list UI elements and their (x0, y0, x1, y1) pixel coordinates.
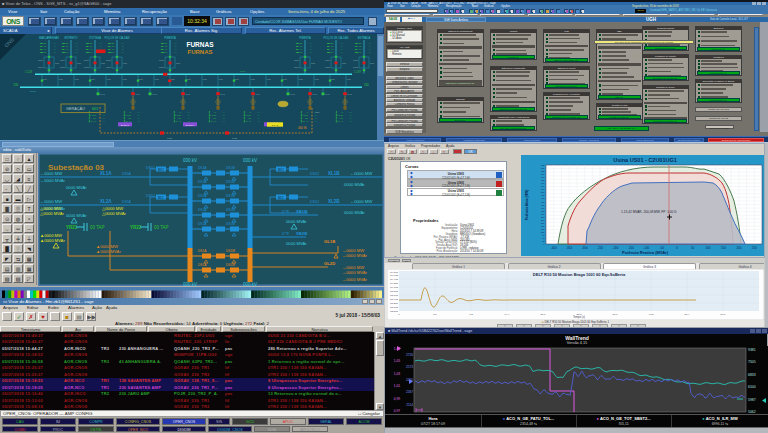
svg-text:8931: 8931 (91, 78, 95, 80)
svg-text:im: im (258, 114, 260, 116)
svg-text:GERAÇÃO: GERAÇÃO (66, 106, 85, 111)
svg-text:53,607: 53,607 (390, 294, 398, 297)
svg-text:im: im (223, 120, 225, 122)
svg-text:im: im (175, 45, 177, 47)
svg-text:←0000 MW: ←0000 MW (350, 171, 372, 176)
svg-text:1 129: 1 129 (25, 70, 32, 74)
svg-text:Potência Reativa (MVAr): Potência Reativa (MVAr) (622, 250, 669, 255)
svg-text:00 TAP: 00 TAP (154, 225, 169, 230)
svg-text:000 kV: 000 kV (243, 282, 257, 287)
svg-text:im: im (54, 45, 56, 47)
svg-text:8921: 8921 (311, 62, 315, 64)
svg-text:57,6: 57,6 (721, 313, 726, 316)
svg-text:→0000 MVAr: →0000 MVAr (342, 270, 367, 275)
svg-text:im: im (188, 120, 190, 122)
svg-text:im: im (138, 117, 140, 119)
svg-text:89217: 89217 (106, 59, 111, 61)
svg-text:im: im (100, 45, 102, 47)
svg-text:8931: 8931 (75, 78, 79, 80)
svg-text:im: im (122, 45, 124, 47)
svg-text:im: im (341, 51, 343, 53)
svg-text:0,99: 0,99 (394, 397, 400, 401)
svg-text:14 .0: 14 .0 (175, 120, 181, 123)
svg-text:XL1A: XL1A (100, 171, 112, 176)
svg-text:89217: 89217 (38, 59, 43, 61)
svg-text:im: im (315, 114, 317, 116)
svg-text:1,6 .3: 1,6 .3 (272, 124, 279, 127)
svg-text:im: im (76, 42, 78, 44)
svg-text:53,207: 53,207 (390, 302, 398, 305)
svg-text:im: im (122, 51, 124, 53)
svg-text:14,4: 14,4 (505, 313, 510, 316)
svg-text:50,4: 50,4 (685, 313, 690, 316)
svg-text:BD1: BD1 (278, 196, 284, 200)
svg-text:ESTREITO: ESTREITO (65, 36, 78, 40)
svg-text:YR22: YR22 (130, 225, 142, 230)
svg-text:im: im (76, 45, 78, 47)
svg-text:E-PC-1: E-PC-1 (186, 124, 195, 127)
svg-text:-300: -300 (582, 246, 588, 250)
svg-text:→0000 MVAr: →0000 MVAr (342, 277, 367, 282)
svg-text:8921: 8921 (123, 62, 127, 64)
svg-text:PIMENTA: PIMENTA (299, 36, 311, 40)
svg-text:im: im (175, 48, 177, 50)
svg-text:DS1A: DS1A (198, 208, 207, 212)
svg-text:0000 MVAr: 0000 MVAr (66, 185, 87, 190)
svg-text:66 m: 66 m (240, 70, 245, 73)
svg-text:14 .0: 14 .0 (210, 120, 216, 123)
svg-text:89218: 89218 (84, 66, 89, 68)
svg-text:9381: 9381 (748, 348, 756, 352)
svg-text:2267: 2267 (406, 390, 413, 394)
svg-text:000 kV: 000 kV (183, 282, 197, 287)
svg-text:im: im (310, 42, 312, 44)
svg-text:89218: 89218 (38, 66, 43, 68)
svg-text:53,003: 53,003 (390, 306, 398, 309)
svg-text:Potência Ativa (MW): Potência Ativa (MW) (525, 190, 529, 221)
svg-text:POÇOS DE CALDAS: POÇOS DE CALDAS (324, 36, 349, 40)
svg-text:im: im (223, 114, 225, 116)
svg-text:XB2B: XB2B (296, 231, 307, 236)
svg-text:1,05: 1,05 (394, 359, 400, 363)
svg-text:im: im (369, 51, 371, 53)
svg-text:14 .0: 14 .0 (302, 120, 308, 123)
svg-text:DS1A: DS1A (198, 263, 207, 267)
svg-text:D**F: D**F (282, 232, 289, 236)
svg-text:SB1B: SB1B (296, 209, 307, 214)
svg-text:im: im (76, 51, 78, 53)
svg-text:FURNAS: FURNAS (186, 41, 214, 48)
svg-text:150: 150 (721, 246, 726, 250)
svg-text:im: im (341, 48, 343, 50)
svg-text:89218: 89218 (106, 66, 111, 68)
svg-text:im: im (54, 51, 56, 53)
svg-text:PIMENTA: PIMENTA (164, 36, 176, 40)
svg-text:DS1A: DS1A (198, 180, 207, 184)
svg-text:36,0: 36,0 (613, 313, 618, 316)
svg-text:im: im (138, 120, 140, 122)
svg-text:8931: 8931 (235, 78, 239, 80)
svg-text:C988: C988 (167, 137, 173, 139)
svg-text:89218: 89218 (325, 66, 330, 68)
svg-text:←0000 MW: ←0000 MW (40, 199, 62, 204)
svg-text:-250: -250 (597, 246, 603, 250)
svg-text:2114: 2114 (406, 403, 413, 407)
svg-text:im: im (369, 42, 371, 44)
svg-text:53,803: 53,803 (390, 290, 398, 293)
svg-text:7,2: 7,2 (469, 313, 473, 316)
svg-text:6833: 6833 (748, 373, 756, 377)
svg-text:8941: 8941 (256, 93, 260, 95)
svg-text:464 96: 464 96 (298, 126, 307, 130)
svg-text:8941: 8941 (291, 93, 295, 95)
svg-text:8931: 8931 (315, 78, 319, 80)
svg-text:100: 100 (705, 246, 710, 250)
svg-text:14 .0: 14 .0 (337, 120, 343, 123)
svg-text:im: im (103, 120, 105, 122)
svg-text:89217: 89217 (294, 59, 299, 61)
svg-text:XL1B: XL1B (328, 171, 340, 176)
svg-text:im: im (76, 48, 78, 50)
svg-text:im: im (138, 114, 140, 116)
svg-text:DS1A: DS1A (122, 200, 132, 204)
svg-text:DS1M: DS1M (226, 263, 235, 267)
svg-text:43,2: 43,2 (649, 313, 654, 316)
svg-text:im: im (100, 42, 102, 44)
svg-text:89217: 89217 (353, 59, 358, 61)
